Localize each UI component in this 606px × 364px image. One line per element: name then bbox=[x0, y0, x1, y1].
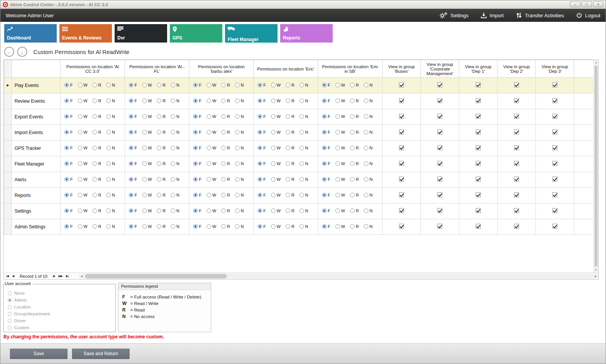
group-checkbox[interactable] bbox=[437, 114, 442, 119]
radio-n[interactable]: N bbox=[364, 224, 373, 229]
radio-w[interactable]: W bbox=[207, 208, 216, 213]
radio-w[interactable]: W bbox=[78, 83, 87, 87]
table-row[interactable]: ▶Play EventsFWRNFWRNFWRNFWRNFWRN bbox=[4, 78, 594, 93]
radio-n[interactable]: N bbox=[364, 130, 373, 134]
user-account-option-group-department[interactable]: Group/department bbox=[8, 310, 112, 317]
radio-n[interactable]: N bbox=[364, 83, 373, 87]
group-checkbox[interactable] bbox=[552, 114, 557, 119]
group-checkbox[interactable] bbox=[399, 130, 404, 134]
radio-f[interactable]: F bbox=[64, 177, 73, 182]
maximize-button[interactable]: □ bbox=[581, 2, 592, 7]
radio-w[interactable]: W bbox=[271, 161, 281, 166]
group-checkbox[interactable] bbox=[476, 130, 481, 134]
radio-f[interactable]: F bbox=[322, 83, 330, 87]
radio-w[interactable]: W bbox=[142, 83, 152, 87]
radio-r[interactable]: R bbox=[92, 130, 101, 134]
scroll-up-arrow[interactable]: ▲ bbox=[594, 60, 598, 65]
radio-f[interactable]: F bbox=[129, 193, 137, 197]
radio-r[interactable]: R bbox=[221, 114, 230, 119]
radio-w[interactable]: W bbox=[207, 114, 216, 119]
radio-r[interactable]: R bbox=[92, 208, 101, 213]
user-account-option-driver[interactable]: Driver bbox=[8, 317, 112, 324]
radio-w[interactable]: W bbox=[271, 177, 281, 182]
next-record-button[interactable]: ▶ bbox=[53, 274, 55, 278]
radio-w[interactable]: W bbox=[207, 98, 216, 103]
radio-f[interactable]: F bbox=[322, 193, 330, 197]
group-checkbox[interactable] bbox=[552, 98, 557, 103]
radio-f[interactable]: F bbox=[258, 130, 266, 134]
minimize-button[interactable]: – bbox=[570, 2, 580, 7]
radio-w[interactable]: W bbox=[142, 161, 152, 166]
radio-f[interactable]: F bbox=[193, 208, 202, 213]
radio-r[interactable]: R bbox=[157, 146, 166, 150]
radio-r[interactable]: R bbox=[350, 114, 359, 119]
radio-w[interactable]: W bbox=[335, 208, 345, 213]
radio-r[interactable]: R bbox=[221, 83, 230, 87]
radio-w[interactable]: W bbox=[78, 161, 87, 166]
radio-n[interactable]: N bbox=[171, 193, 179, 197]
tab-events-reviews[interactable]: Events & Reviews bbox=[59, 24, 112, 43]
group-checkbox[interactable] bbox=[399, 145, 404, 150]
radio-n[interactable]: N bbox=[171, 114, 179, 119]
radio-f[interactable]: F bbox=[322, 130, 330, 134]
group-checkbox[interactable] bbox=[437, 208, 442, 213]
radio-r[interactable]: R bbox=[350, 98, 359, 103]
radio-f[interactable]: F bbox=[64, 161, 73, 166]
radio-w[interactable]: W bbox=[207, 83, 216, 87]
radio-f[interactable]: F bbox=[322, 114, 330, 119]
group-checkbox[interactable] bbox=[399, 177, 404, 182]
radio-f[interactable]: F bbox=[64, 114, 73, 119]
radio-w[interactable]: W bbox=[142, 193, 152, 197]
radio-w[interactable]: W bbox=[271, 83, 281, 87]
user-account-option-location[interactable]: Location bbox=[8, 303, 112, 310]
group-checkbox[interactable] bbox=[399, 224, 404, 229]
table-row[interactable]: GPS TrackerFWRNFWRNFWRNFWRNFWRN bbox=[4, 141, 594, 156]
radio-n[interactable]: N bbox=[106, 177, 115, 182]
radio-f[interactable]: F bbox=[193, 98, 202, 103]
radio-r[interactable]: R bbox=[157, 114, 166, 119]
group-checkbox[interactable] bbox=[476, 208, 481, 213]
radio-f[interactable]: F bbox=[193, 177, 202, 182]
radio-n[interactable]: N bbox=[299, 177, 308, 182]
group-checkbox[interactable] bbox=[514, 82, 519, 87]
radio-f[interactable]: F bbox=[129, 83, 137, 87]
radio-w[interactable]: W bbox=[271, 146, 281, 150]
tab-reports[interactable]: Reports bbox=[280, 24, 333, 43]
radio-r[interactable]: R bbox=[350, 161, 359, 166]
table-row[interactable]: Export EventsFWRNFWRNFWRNFWRNFWRN bbox=[4, 109, 594, 125]
user-account-option-custom[interactable]: Custom bbox=[8, 324, 112, 331]
group-checkbox[interactable] bbox=[476, 161, 481, 166]
radio-w[interactable]: W bbox=[335, 193, 345, 197]
radio-w[interactable]: W bbox=[142, 98, 152, 103]
radio-r[interactable]: R bbox=[221, 193, 230, 197]
radio-w[interactable]: W bbox=[207, 177, 216, 182]
radio-r[interactable]: R bbox=[221, 130, 230, 134]
radio-f[interactable]: F bbox=[129, 161, 137, 166]
group-checkbox[interactable] bbox=[399, 208, 404, 213]
group-checkbox[interactable] bbox=[552, 224, 557, 229]
radio-f[interactable]: F bbox=[322, 224, 330, 229]
radio-r[interactable]: R bbox=[92, 146, 101, 150]
radio-n[interactable]: N bbox=[235, 98, 244, 103]
radio-n[interactable]: N bbox=[171, 161, 179, 166]
radio-w[interactable]: W bbox=[78, 208, 87, 213]
radio-w[interactable]: W bbox=[271, 98, 281, 103]
radio-n[interactable]: N bbox=[106, 161, 115, 166]
radio-f[interactable]: F bbox=[129, 114, 137, 119]
table-row[interactable]: AlertsFWRNFWRNFWRNFWRNFWRN bbox=[4, 172, 594, 188]
radio-w[interactable]: W bbox=[207, 146, 216, 150]
radio-r[interactable]: R bbox=[350, 146, 359, 150]
last-record-button[interactable]: ▶| bbox=[66, 274, 68, 278]
radio-n[interactable]: N bbox=[106, 193, 115, 197]
group-checkbox[interactable] bbox=[437, 224, 442, 229]
radio-r[interactable]: R bbox=[92, 193, 101, 197]
radio-r[interactable]: R bbox=[286, 177, 294, 182]
radio-r[interactable]: R bbox=[92, 224, 101, 229]
group-checkbox[interactable] bbox=[552, 208, 557, 213]
radio-r[interactable]: R bbox=[286, 146, 294, 150]
radio-n[interactable]: N bbox=[364, 193, 373, 197]
group-checkbox[interactable] bbox=[552, 161, 557, 166]
settings-button[interactable]: Settings bbox=[439, 12, 468, 19]
radio-n[interactable]: N bbox=[235, 130, 244, 134]
radio-r[interactable]: R bbox=[157, 83, 166, 87]
